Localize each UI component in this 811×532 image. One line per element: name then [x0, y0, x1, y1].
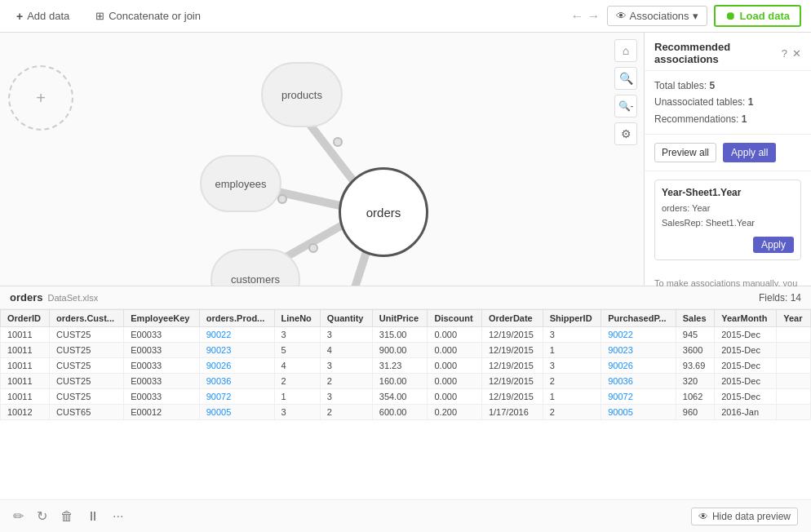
table-cell[interactable]: 90036: [601, 374, 676, 389]
table-cell[interactable]: 90026: [601, 358, 676, 374]
table-cell: 2: [320, 405, 372, 420]
employees-node[interactable]: employees: [200, 155, 281, 212]
table-cell: 0.000: [428, 358, 481, 374]
panel-header: Recommended associations ? ✕: [645, 33, 811, 71]
filter-icon[interactable]: ⚙: [614, 122, 637, 145]
hide-data-preview-button[interactable]: 👁 Hide data preview: [691, 508, 798, 525]
table-cell: 10011: [1, 327, 50, 343]
table-cell: 4: [320, 343, 372, 358]
orders-node[interactable]: orders: [339, 167, 428, 257]
column-header: PurchasedP...: [601, 310, 676, 327]
add-data-label: Add data: [27, 10, 69, 22]
table-cell[interactable]: 90005: [199, 405, 274, 420]
bottom-toolbar: ✏ ↻ 🗑 ⏸ ··· 👁 Hide data preview: [0, 499, 811, 532]
table-cell[interactable]: 90022: [199, 327, 274, 343]
zoom-out-icon[interactable]: 🔍-: [614, 95, 637, 117]
table-cell: E00033: [124, 327, 199, 343]
table-cell: 12/19/2015: [481, 358, 543, 374]
rec-detail: orders: Year SalesRep: Sheet1.Year: [662, 202, 794, 230]
rec-title: Year-Sheet1.Year: [662, 187, 794, 198]
recommendation-card: Year-Sheet1.Year orders: Year SalesRep: …: [654, 180, 801, 260]
zoom-in-icon[interactable]: 🔍: [614, 67, 637, 90]
table-cell[interactable]: 90036: [199, 374, 274, 389]
data-source-file: DataSet.xlsx: [47, 293, 98, 303]
table-cell: 10011: [1, 343, 50, 358]
table-cell[interactable]: 90026: [199, 358, 274, 374]
customers-node[interactable]: customers: [211, 249, 300, 286]
table-cell: 12/19/2015: [481, 374, 543, 389]
table-cell: CUST25: [50, 327, 124, 343]
home-icon[interactable]: ⌂: [614, 39, 637, 62]
close-icon[interactable]: ✕: [792, 47, 801, 60]
table-cell: 31.23: [372, 358, 428, 374]
conn-dot-customers: [308, 243, 318, 253]
eye-slash-icon: 👁: [698, 511, 708, 522]
back-arrow[interactable]: ←: [571, 9, 584, 24]
more-icon[interactable]: ···: [113, 509, 123, 524]
table-cell: 2: [320, 374, 372, 389]
delete-icon[interactable]: 🗑: [60, 509, 73, 524]
help-icon[interactable]: ?: [782, 47, 787, 60]
table-cell: 315.00: [372, 327, 428, 343]
table-cell: 1: [274, 389, 320, 405]
data-table: OrderIDorders.Cust...EmployeeKeyorders.P…: [0, 309, 811, 420]
table-cell[interactable]: 90072: [199, 389, 274, 405]
employees-label: employees: [215, 178, 267, 190]
table-cell: 0.000: [428, 327, 481, 343]
table-cell: 945: [676, 327, 714, 343]
products-node[interactable]: products: [261, 62, 343, 127]
table-cell: 2: [543, 405, 601, 420]
table-cell: 3: [320, 389, 372, 405]
refresh-icon[interactable]: ↻: [37, 508, 47, 524]
table-cell: CUST25: [50, 389, 124, 405]
right-panel: Recommended associations ? ✕ Total table…: [644, 33, 811, 286]
table-cell[interactable]: 90022: [601, 327, 676, 343]
table-row: 10011CUST25E000339003622160.000.00012/19…: [1, 374, 811, 389]
table-cell: 960: [676, 405, 714, 420]
edit-icon[interactable]: ✏: [13, 508, 24, 524]
table-cell: 3: [274, 327, 320, 343]
table-cell: 3600: [676, 343, 714, 358]
circle-icon: ⏺: [725, 10, 736, 22]
associations-button[interactable]: 👁 Associations ▾: [607, 6, 707, 26]
apply-button[interactable]: Apply: [753, 237, 794, 253]
customers-label: customers: [231, 273, 280, 286]
header-row: OrderIDorders.Cust...EmployeeKeyorders.P…: [1, 310, 811, 327]
column-header: OrderID: [1, 310, 50, 327]
products-label: products: [281, 89, 322, 101]
table-cell[interactable]: 90072: [601, 389, 676, 405]
table-cell: 93.69: [676, 358, 714, 374]
table-cell: [777, 327, 811, 343]
main-area: + products employees orders customers Sa…: [0, 33, 811, 286]
table-cell: 2016-Jan: [715, 405, 777, 420]
apply-all-button[interactable]: Apply all: [723, 143, 776, 162]
concatenate-button[interactable]: ⊞ Concatenate or join: [89, 7, 207, 25]
table-cell[interactable]: 90023: [199, 343, 274, 358]
table-cell: 10012: [1, 405, 50, 420]
data-table-wrapper[interactable]: OrderIDorders.Cust...EmployeeKeyorders.P…: [0, 309, 811, 499]
panel-header-icons: ? ✕: [782, 47, 801, 60]
table-cell: 5: [274, 343, 320, 358]
table-cell: 2015-Dec: [715, 389, 777, 405]
pause-icon[interactable]: ⏸: [86, 509, 100, 524]
table-cell[interactable]: 90023: [601, 343, 676, 358]
total-tables-stat: Total tables: 5: [654, 78, 801, 94]
preview-all-button[interactable]: Preview all: [654, 143, 716, 162]
forward-arrow[interactable]: →: [587, 9, 600, 24]
chevron-down-icon: ▾: [693, 10, 698, 22]
table-cell: 320: [676, 374, 714, 389]
data-source-name: orders: [10, 291, 42, 304]
add-data-button[interactable]: + Add data: [10, 7, 76, 26]
panel-actions: Preview all Apply all: [645, 135, 811, 171]
recommendations-stat: Recommendations: 1: [654, 111, 801, 127]
table-cell: 1: [543, 343, 601, 358]
column-header: orders.Prod...: [199, 310, 274, 327]
placeholder-node[interactable]: +: [8, 65, 73, 131]
load-data-button[interactable]: ⏺ Load data: [714, 5, 801, 27]
table-cell: CUST25: [50, 374, 124, 389]
node-graph: + products employees orders customers Sa…: [0, 33, 644, 286]
table-cell[interactable]: 90005: [601, 405, 676, 420]
table-cell: E00033: [124, 389, 199, 405]
column-header: OrderDate: [481, 310, 543, 327]
toolbar-right: ← → 👁 Associations ▾ ⏺ Load data: [571, 5, 801, 27]
